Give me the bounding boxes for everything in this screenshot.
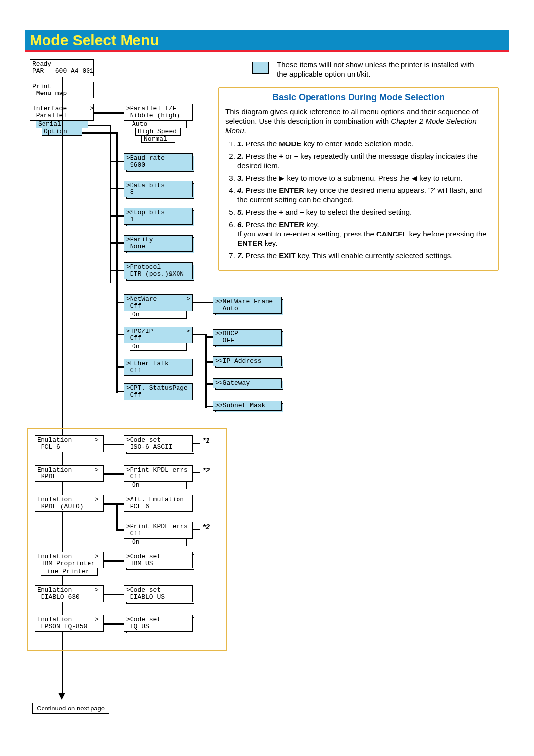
connector [116,132,118,393]
connector [193,334,205,335]
ops-intro: This diagram gives quick reference to al… [225,107,491,135]
connector [104,503,124,505]
connector [110,125,111,283]
ops-step-6: 6. Press the ENTER key. If you want to r… [237,220,491,248]
connector [193,529,200,530]
connector [193,472,200,473]
svg-marker-0 [279,176,284,181]
box-kpdl-errs-1-on: On [130,482,187,489]
spine-arrow-icon [58,693,65,700]
box-netware-frame: >>NetWare Frame Auto [213,297,282,314]
connector [116,302,124,303]
connector [205,336,213,338]
ops-step-7: 7. Press the EXIT key. This will enable … [237,251,491,260]
box-ip-address: >>IP Address [213,356,282,366]
legend-swatch [252,62,269,74]
box-netware: >NetWare Off > [124,294,193,311]
connector [116,334,124,335]
box-baud-rate: >Baud rate 9600 [124,153,193,170]
box-codeset-ibm: >Code set IBM US [124,552,193,568]
diagram-canvas: These items willl not show unless the pr… [25,57,509,725]
title-bar: Mode Select Menu [25,30,509,52]
box-emu-kpdl: Emulation > KPDL [35,465,104,482]
connector [104,623,124,625]
box-tpcip-on: On [130,343,187,351]
box-high-speed: High Speed [135,128,181,136]
ops-step-5: 5. Press the + and – key to select the d… [237,207,491,217]
ops-step-2: 2. Press the + or – key repeatedly until… [237,151,491,170]
connector [104,560,124,562]
ops-step-3: 3. Press the key to move to a submenu. P… [237,173,491,183]
box-dhcp: >>DHCP OFF [213,329,282,346]
connector [193,443,200,444]
box-protocol: >Protocol DTR (pos.)&XON [124,262,193,279]
continued-box: Continued on next page [32,703,109,714]
box-emu-pcl6: Emulation > PCL 6 [35,435,104,452]
box-codeset-iso6: >Code set ISO-6 ASCII [124,435,193,452]
connector [116,366,124,368]
box-normal: Normal [141,136,175,143]
box-stop-bits: >Stop bits 1 [124,208,193,225]
connector [205,406,213,407]
footnote-2b: *2 [203,522,210,531]
box-parallel-if: >Parallel I/F Nibble (high) [124,104,193,121]
connector [116,391,124,392]
box-kpdl-errs-2-on: On [130,539,187,546]
box-emu-ibm: Emulation > IBM Proprinter [35,552,104,568]
box-ready: Ready PAR 600 A4 001 [30,59,94,76]
ops-steps: 1. Press the MODE key to enter Mode Selc… [225,139,491,260]
footnote-1: *1 [203,436,210,444]
box-alt-emulation: >Alt. Emulation PCL 6 [124,495,193,512]
left-arrow-icon [411,176,417,181]
connector [116,529,124,531]
footnote-2a: *2 [203,466,210,474]
connector [104,473,124,475]
connector [205,383,213,385]
svg-marker-1 [412,176,417,181]
box-netware-on: On [130,311,187,319]
box-gateway: >>Gateway [213,378,282,388]
box-kpdl-errs-2: >Print KPDL errs Off [124,522,193,539]
connector [104,594,124,595]
connector [205,361,213,363]
ops-title: Basic Operations During Mode Selection [225,93,491,103]
basic-operations-box: Basic Operations During Mode Selection T… [218,87,499,271]
connector [82,132,116,134]
ops-step-4: 4. Press the ENTER key once the desired … [237,186,491,204]
box-tpcip: >TPC/IP Off > [124,327,193,343]
connector [104,444,124,445]
connector [94,112,124,114]
box-codeset-lq: >Code set LQ US [124,615,193,632]
box-codeset-diablo: >Code set DIABLO US [124,585,193,602]
box-emu-diablo: Emulation > DIABLO 630 [35,585,104,602]
box-opt-statuspage: >OPT. StatusPage Off [124,383,193,400]
connector [88,125,110,126]
box-ethertalk: >Ether Talk Off [124,359,193,376]
box-parity: >Parity None [124,235,193,252]
box-emu-epson: Emulation > EPSON LQ-850 [35,615,104,632]
box-kpdl-errs-1: >Print KPDL errs Off [124,465,193,482]
page-title: Mode Select Menu [30,32,504,48]
connector [193,302,213,303]
legend-text: These items willl not show unless the pr… [277,60,475,79]
box-line-printer: Line Printer [41,568,98,576]
connector [205,334,207,408]
box-emu-kpdl-auto: Emulation > KPDL (AUTO) [35,495,104,512]
box-data-bits: >Data bits 8 [124,181,193,197]
box-auto: Auto [130,121,187,128]
box-subnet-mask: >>Subnet Mask [213,401,282,411]
ops-step-1: 1. Press the MODE key to enter Mode Selc… [237,139,491,148]
connector [116,503,118,530]
right-arrow-icon [279,176,285,181]
